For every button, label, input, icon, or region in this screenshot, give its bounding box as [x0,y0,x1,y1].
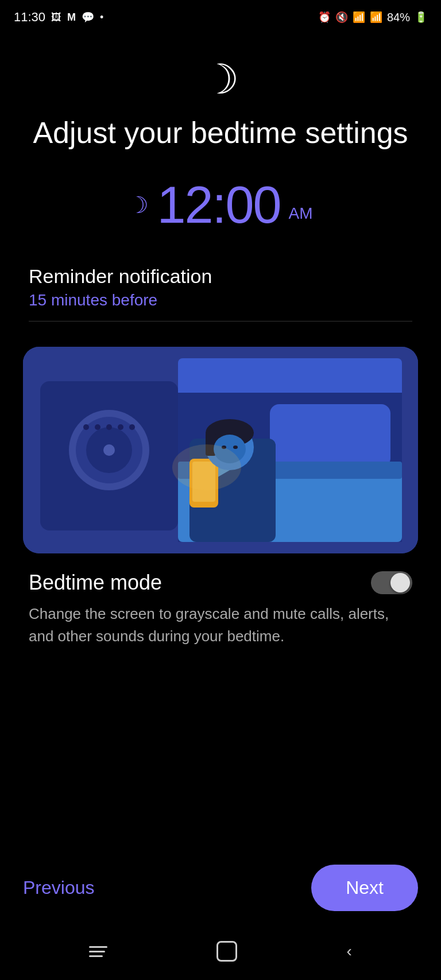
bedtime-illustration [23,347,418,553]
toggle-knob [390,573,410,592]
divider [29,321,412,321]
recent-apps-icon [89,946,107,957]
bedtime-mode-section: Bedtime mode Change the screen to graysc… [23,571,418,648]
bedtime-mode-title: Bedtime mode [29,571,162,595]
previous-button[interactable]: Previous [23,877,95,898]
back-button[interactable]: ‹ [347,942,352,960]
reminder-label: Reminder notification [29,265,412,288]
svg-point-9 [118,424,123,430]
svg-point-27 [172,444,241,490]
bedtime-mode-description: Change the screen to grayscale and mute … [29,603,412,648]
svg-point-10 [129,424,135,430]
message-icon: 💬 [82,11,94,24]
email-icon: M [67,11,76,24]
svg-point-5 [103,444,115,456]
time-display[interactable]: ☽ 12:00 AM [128,179,312,231]
signal-icon: 📶 [370,11,382,24]
dot-indicator: • [100,11,103,24]
wifi-icon: 📶 [353,11,365,24]
time-display-status: 11:30 [14,10,45,25]
photo-icon: 🖼 [51,11,61,24]
home-icon [216,941,237,962]
bedtime-time: 12:00 [157,179,280,231]
svg-point-26 [233,446,238,449]
svg-rect-13 [270,404,390,467]
reminder-value[interactable]: 15 minutes before [29,291,412,309]
recent-apps-button[interactable] [89,946,107,957]
svg-point-7 [95,424,100,430]
svg-point-6 [83,424,89,430]
bedtime-ampm: AM [289,204,313,223]
main-content: ☽ Adjust your bedtime settings ☽ 12:00 A… [0,32,441,648]
home-button[interactable] [216,941,237,962]
moon-icon-small: ☽ [128,192,149,218]
page-title: Adjust your bedtime settings [33,115,408,150]
alarm-icon: ⏰ [318,11,331,24]
next-button[interactable]: Next [311,865,418,911]
bottom-navigation: Previous Next [0,865,441,911]
mute-icon: 🔇 [335,11,348,24]
back-icon: ‹ [347,942,352,960]
battery-icon: 🔋 [415,11,427,24]
android-nav-bar: ‹ [0,923,441,980]
status-icons-right: ⏰ 🔇 📶 📶 84% 🔋 [318,11,427,24]
bedtime-mode-header: Bedtime mode [29,571,412,595]
status-time: 11:30 🖼 M 💬 • [14,10,103,25]
svg-rect-11 [178,358,402,398]
battery-indicator: 84% [387,11,410,24]
status-bar: 11:30 🖼 M 💬 • ⏰ 🔇 📶 📶 84% 🔋 [0,0,441,32]
moon-icon-large: ☽ [202,55,239,103]
bedtime-mode-toggle[interactable] [371,571,412,594]
svg-point-8 [106,424,112,430]
reminder-section: Reminder notification 15 minutes before [23,265,418,335]
